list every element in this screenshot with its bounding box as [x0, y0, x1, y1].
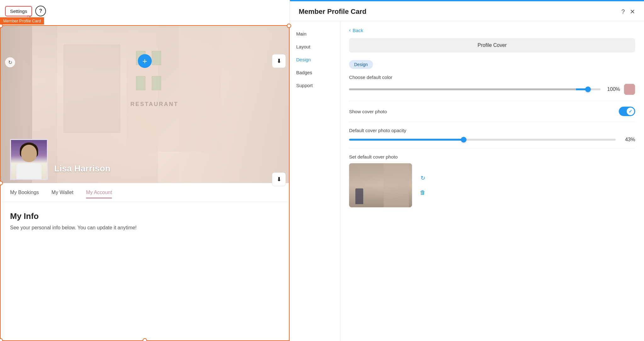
avatar-head [21, 145, 37, 162]
show-cover-label: Show cover photo [349, 109, 387, 114]
opacity-value: 43% [619, 137, 635, 143]
color-swatch[interactable] [624, 84, 635, 95]
tab-my-account[interactable]: My Account [86, 187, 112, 198]
color-slider-row: 100% [349, 84, 635, 95]
content-section: My Info See your personal info below. Yo… [1, 202, 289, 340]
opacity-slider-fill [349, 139, 464, 141]
refresh-icon: ↻ [8, 59, 12, 65]
figure-overlay [355, 188, 363, 204]
add-element-button[interactable]: + [138, 54, 152, 68]
cover-toggle-row: Show cover photo ✓ [349, 101, 635, 122]
profile-avatar [10, 139, 48, 180]
cover-photo-container: RESTAURANT + ⬇ ↻ Lisa Harrison [0, 25, 290, 341]
show-cover-toggle[interactable]: ✓ [619, 107, 635, 116]
nav-layout[interactable]: Layout [290, 40, 340, 53]
opacity-slider-row: 43% [349, 137, 635, 143]
panel-help-icon: ? [621, 8, 625, 15]
content-subtitle: See your personal info below. You can up… [10, 225, 280, 231]
tab-my-bookings[interactable]: My Bookings [10, 187, 39, 198]
color-slider-thumb[interactable] [585, 87, 591, 92]
panel-nav: Main Layout Design Badges Support [290, 21, 340, 341]
download-bottom-button[interactable]: ⬇ [272, 172, 286, 186]
color-slider-fill [349, 88, 588, 90]
nav-support[interactable]: Support [290, 79, 340, 92]
avatar-body [16, 163, 42, 179]
panel-header: Member Profile Card ? ✕ [290, 1, 644, 21]
back-label: Back [353, 28, 363, 33]
nav-design[interactable]: Design [290, 53, 340, 66]
cover-username: Lisa Harrison [54, 164, 110, 174]
help-button[interactable]: ? [35, 6, 46, 16]
cover-photo-row: ↻ 🗑 [349, 163, 635, 207]
cover-photo-label: Set default cover photo [349, 154, 635, 159]
nav-badges[interactable]: Badges [290, 66, 340, 79]
building-overlay [384, 163, 409, 207]
opacity-slider-thumb[interactable] [461, 137, 466, 143]
panel-actions: ? ✕ [621, 8, 635, 15]
help-icon: ? [39, 8, 42, 14]
cover-photo-thumbnail[interactable] [349, 163, 412, 207]
panel-body: Main Layout Design Badges Support ‹ Back [290, 21, 644, 341]
tabs-section: My Bookings My Wallet My Account [1, 183, 289, 202]
section-heading-box: Profile Cover [349, 38, 635, 53]
toggle-check-icon: ✓ [629, 109, 632, 114]
color-label: Choose default color [349, 75, 635, 80]
left-panel: Settings ? ☞ Member Profile Card [0, 0, 290, 341]
resize-handle-bm[interactable] [143, 338, 147, 341]
color-value: 100% [604, 87, 620, 92]
rotate-cover-button[interactable]: ↻ [417, 172, 428, 184]
back-arrow-icon: ‹ [349, 27, 351, 33]
panel-close-button[interactable]: ✕ [630, 8, 635, 15]
panel-content: ‹ Back Profile Cover Design Choose defau… [340, 21, 644, 341]
panel-help-button[interactable]: ? [621, 8, 625, 15]
opacity-settings-row: Default cover photo opacity 43% [349, 122, 635, 148]
color-slider-track [349, 88, 601, 90]
opacity-slider-track [349, 139, 616, 141]
nav-main[interactable]: Main [290, 27, 340, 40]
rotate-icon: ↻ [421, 175, 425, 182]
toggle-row: Show cover photo ✓ [349, 107, 635, 116]
refresh-cover-button[interactable]: ↻ [5, 57, 15, 67]
download-bottom-icon: ⬇ [277, 176, 281, 183]
member-profile-label: Member Profile Card [0, 17, 44, 25]
trash-icon: 🗑 [420, 189, 426, 196]
delete-cover-button[interactable]: 🗑 [417, 187, 428, 198]
design-badge[interactable]: Design [349, 60, 373, 69]
resize-handle-tr[interactable] [287, 24, 291, 28]
opacity-slider-container[interactable] [349, 139, 616, 141]
panel-title: Member Profile Card [299, 8, 366, 16]
right-panel: Member Profile Card ? ✕ Main Layout Desi… [290, 0, 644, 341]
tab-my-wallet[interactable]: My Wallet [52, 187, 74, 198]
settings-label: Settings [10, 8, 27, 14]
cover-photo-settings-row: Set default cover photo ↻ [349, 148, 635, 213]
color-slider-container[interactable] [349, 88, 601, 90]
download-top-icon: ⬇ [277, 58, 281, 64]
panel-close-icon: ✕ [630, 8, 635, 15]
download-top-button[interactable]: ⬇ [272, 54, 286, 68]
avatar-person [11, 140, 47, 179]
back-button[interactable]: ‹ Back [349, 27, 363, 33]
toggle-knob: ✓ [627, 108, 634, 115]
thumb-action-buttons: ↻ 🗑 [417, 172, 428, 198]
opacity-label: Default cover photo opacity [349, 128, 635, 133]
color-settings-row: Choose default color 100% [349, 69, 635, 101]
content-title: My Info [10, 211, 280, 221]
